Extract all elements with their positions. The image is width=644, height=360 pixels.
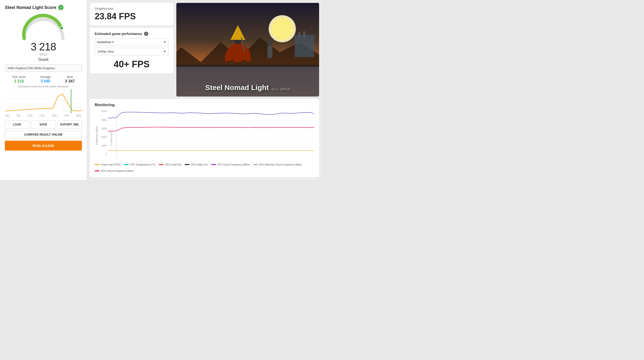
monitoring-svg: 00:00 00:10 00:20 00:30 00:40 00:50 01:0…: [108, 110, 314, 161]
game-image-subtitle: v1.0 - (DX12): [271, 87, 290, 91]
game-perf-fps: 40+ FPS: [95, 59, 168, 69]
svg-rect-17: [268, 46, 272, 58]
monitoring-title: Monitoring: [95, 103, 314, 107]
game-perf-title-row: Estimated game performance i: [95, 32, 168, 36]
monitoring-chart: 00:00 00:10 00:20 00:30 00:40 00:50 01:0…: [108, 110, 314, 161]
game-perf-title: Estimated game performance: [95, 32, 142, 36]
gauge: [19, 12, 68, 39]
svg-point-0: [60, 26, 63, 30]
gpu-name: AMD Radeon(TM) 880M Graphics: [5, 64, 82, 72]
check-icon: ✓: [58, 5, 64, 10]
graphics-test-title: Graphics test: [95, 7, 168, 10]
legend-label-cpu-utility: CPU Utility (%): [191, 163, 208, 166]
gauge-svg: [19, 12, 68, 41]
legend-dot-cpu-utility: [185, 164, 190, 165]
monitoring-chart-container: Frequency (MHz) 5000 4000 3000 2000 1000…: [95, 110, 314, 161]
legend-cpu-utility: CPU Utility (%): [185, 163, 208, 166]
legend-label-gpu-mem-clock: GPU Memory Clock Frequency (MHz): [259, 163, 302, 166]
legend-area: Frame rate (FPS) CPU Temperature (°C) GP…: [95, 163, 314, 172]
legend-dot-gpu-mem-clock: [253, 164, 258, 165]
y-axis-label: Frequency (MHz): [95, 110, 98, 161]
best-score-col: Best 3 347: [65, 75, 75, 83]
load-button[interactable]: LOAD: [5, 120, 29, 129]
svg-point-16: [267, 39, 273, 46]
legend-dot-gpu-load: [159, 164, 164, 165]
save-button[interactable]: SAVE: [31, 120, 56, 129]
game-title-overlay: Steel Nomad Light v1.0 - (DX12): [176, 83, 319, 92]
legend-cpu-clock: CPU Clock Frequency (MHz): [211, 163, 250, 166]
legend-dot-cpu-clock: [211, 164, 216, 165]
left-panel: Steel Nomad Light Score ✓ 3 218 DX12 Goo…: [0, 0, 87, 180]
resolution-select[interactable]: 1440p Ultra 1080p Ultra 4K Ultra: [95, 48, 168, 55]
game-scene-svg: [176, 3, 319, 97]
game-image-title: Steel Nomad Light: [205, 83, 268, 91]
legend-gpu-load: GPU Load (%): [159, 163, 181, 166]
legend-label-cpu-temp: CPU Temperature (°C): [130, 163, 156, 166]
load-save-export-row: LOAD SAVE EXPORT XML: [5, 120, 82, 129]
graphics-test-fps: 23.84 FPS: [95, 11, 168, 21]
average-label: Average: [40, 75, 51, 79]
best-label: Best: [67, 75, 73, 79]
game-select[interactable]: Battlefield V Cyberpunk 2077 Red Dead Re…: [95, 38, 168, 46]
info-icon[interactable]: i: [144, 32, 148, 36]
legend-label-gpu-load: GPU Load (%): [165, 163, 181, 166]
mini-chart-svg: [5, 89, 82, 113]
run-again-button[interactable]: RUN AGAIN: [5, 141, 82, 151]
svg-rect-19: [298, 32, 300, 37]
legend-gpu-clock: GPU Clock Frequency (MHz): [95, 169, 134, 172]
legend-label-gpu-clock: GPU Clock Frequency (MHz): [101, 169, 134, 172]
y-tick-labels: 5000 4000 3000 2000 1000 0: [99, 110, 108, 161]
your-score-value: 3 218: [14, 79, 24, 83]
svg-rect-12: [233, 42, 242, 62]
your-score-col: Your score 3 218: [12, 75, 26, 83]
export-xml-button[interactable]: EXPORT XML: [58, 120, 82, 129]
legend-frame-rate: Frame rate (FPS): [95, 163, 120, 166]
score-dx: DX12: [5, 53, 82, 56]
game-image: Steel Nomad Light v1.0 - (DX12): [176, 3, 319, 97]
chart-x-labels: 250 750 1250 1750 2250 2750 3250: [5, 114, 82, 117]
svg-rect-18: [295, 35, 314, 57]
mini-chart: [5, 89, 82, 113]
svg-rect-10: [176, 64, 319, 97]
your-score-label: Your score: [12, 75, 26, 79]
svg-point-9: [271, 18, 294, 40]
legend-label-cpu-clock: CPU Clock Frequency (MHz): [217, 163, 250, 166]
legend-dot-cpu-temp: [124, 164, 129, 165]
graphics-test-card: Graphics test 23.84 FPS: [90, 3, 174, 25]
top-area: Graphics test 23.84 FPS Estimated game p…: [87, 0, 322, 97]
same-hw-text: Showing results from the same hardware: [5, 85, 82, 88]
game-perf-card: Estimated game performance i Battlefield…: [90, 28, 174, 73]
score-title: Steel Nomad Light Score ✓: [5, 5, 82, 10]
legend-label-frame-rate: Frame rate (FPS): [101, 163, 120, 166]
average-score-col: Average 3 045: [40, 75, 51, 83]
monitoring-area: Monitoring Frequency (MHz) 5000 4000 300…: [90, 99, 319, 177]
center-cards: Graphics test 23.84 FPS Estimated game p…: [87, 0, 176, 97]
legend-dot-frame-rate: [95, 164, 100, 165]
legend-cpu-temp: CPU Temperature (°C): [124, 163, 156, 166]
average-value: 3 045: [40, 79, 50, 83]
game-image-bg: Steel Nomad Light v1.0 - (DX12): [176, 3, 319, 97]
score-comparison: Your score 3 218 Average 3 045 Best 3 34…: [5, 75, 82, 83]
score-number: 3 218: [5, 41, 82, 52]
svg-text:Graphics test: Graphics test: [110, 132, 112, 146]
legend-dot-gpu-clock: [95, 170, 100, 171]
svg-rect-20: [303, 31, 305, 37]
score-title-text: Steel Nomad Light Score: [5, 5, 56, 10]
score-label: Good: [5, 57, 82, 62]
right-panel: Graphics test 23.84 FPS Estimated game p…: [87, 0, 322, 180]
best-value: 3 347: [65, 79, 75, 83]
compare-button[interactable]: COMPARE RESULT ONLINE: [5, 131, 82, 139]
legend-gpu-mem-clock: GPU Memory Clock Frequency (MHz): [253, 163, 302, 166]
